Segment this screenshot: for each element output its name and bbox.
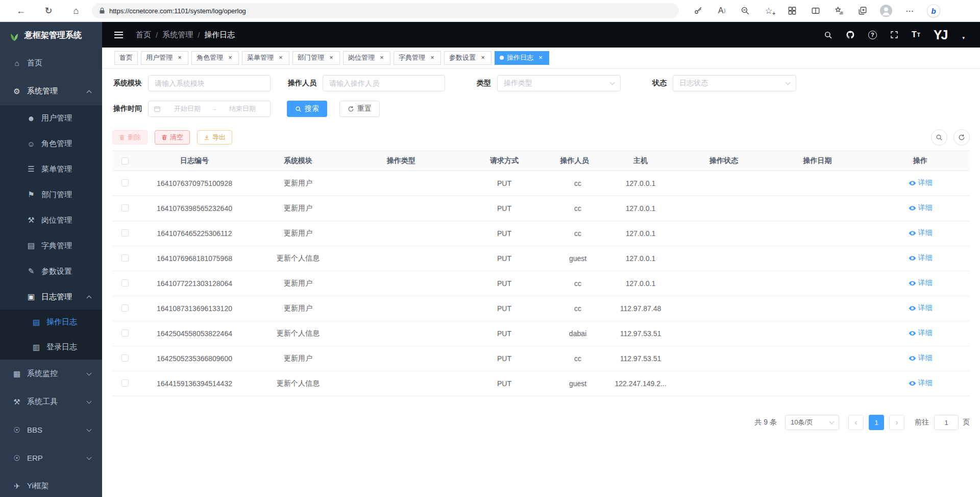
tab[interactable]: 菜单管理 × (242, 51, 289, 65)
favorites-icon[interactable] (833, 5, 845, 17)
sidebar-item[interactable]: ▥ 登录日志 (0, 335, 102, 360)
tab[interactable]: 部门管理 × (292, 51, 340, 65)
sidebar-item[interactable]: ⚙ 系统管理 (0, 77, 102, 105)
tab[interactable]: 用户管理 × (141, 51, 188, 65)
tab[interactable]: 首页 (114, 51, 138, 65)
sidebar-item[interactable]: ▣ 日志管理 (0, 284, 102, 310)
detail-link[interactable]: 详细 (909, 378, 933, 388)
search-icon[interactable] (824, 31, 832, 39)
close-icon[interactable]: × (537, 54, 544, 61)
sidebar-toggle-button[interactable] (114, 32, 128, 38)
close-icon[interactable]: × (227, 54, 234, 61)
sidebar-item[interactable]: ☉ BBS (0, 416, 102, 444)
row-checkbox[interactable] (121, 229, 129, 236)
page-number-button[interactable]: 1 (869, 415, 884, 430)
help-icon[interactable]: ? (868, 31, 877, 39)
search-button[interactable]: 搜索 (287, 101, 327, 117)
browser-reload-button[interactable]: ↻ (35, 5, 62, 16)
row-checkbox[interactable] (121, 179, 129, 186)
breadcrumb-home[interactable]: 首页 (136, 30, 151, 40)
th-operator[interactable]: 操作人员 (551, 156, 604, 165)
password-key-icon[interactable] (692, 5, 704, 17)
sidebar-item[interactable]: ☰ 菜单管理 (0, 156, 102, 182)
detail-link[interactable]: 详细 (909, 328, 933, 338)
sidebar-item[interactable]: ✎ 参数设置 (0, 258, 102, 284)
browser-profile-avatar[interactable] (880, 5, 892, 17)
bing-chat-icon[interactable]: b (927, 4, 940, 17)
sidebar-item[interactable]: ☻ 用户管理 (0, 105, 102, 131)
app-logo[interactable]: 意框架管理系统 (0, 22, 102, 49)
close-icon[interactable]: × (378, 54, 385, 61)
user-avatar-logo[interactable]: YJ (934, 28, 947, 42)
font-size-icon[interactable]: TT (912, 30, 920, 39)
prev-page-button[interactable]: ‹ (848, 415, 864, 430)
export-button[interactable]: 导出 (197, 130, 232, 145)
row-checkbox[interactable] (121, 254, 129, 262)
next-page-button[interactable]: › (889, 415, 904, 430)
th-date[interactable]: 操作日期 (771, 156, 871, 165)
goto-page-input[interactable] (934, 415, 959, 430)
sort-asc-icon[interactable] (835, 156, 839, 160)
sidebar-item[interactable]: ⚒ 岗位管理 (0, 207, 102, 233)
browser-settings-menu-icon[interactable]: ⋯ (903, 5, 916, 17)
tab[interactable]: 操作日志 × (495, 51, 549, 65)
row-checkbox[interactable] (121, 329, 129, 337)
sort-asc-icon[interactable] (592, 156, 596, 160)
detail-link[interactable]: 详细 (909, 228, 933, 238)
browser-tools-icon[interactable] (786, 5, 798, 17)
reset-button[interactable]: 重置 (339, 101, 380, 117)
browser-home-button[interactable]: ⌂ (62, 6, 90, 16)
detail-link[interactable]: 详细 (909, 178, 933, 187)
sidebar-item[interactable]: ▤ 操作日志 (0, 310, 102, 335)
collections-icon[interactable] (856, 5, 869, 17)
tab[interactable]: 参数设置 × (444, 51, 492, 65)
split-screen-icon[interactable] (810, 5, 822, 17)
sidebar-item[interactable]: ⚒ 系统工具 (0, 388, 102, 416)
operator-input[interactable] (323, 75, 445, 91)
page-size-select[interactable]: 10条/页 (785, 415, 839, 430)
sidebar-item[interactable]: ⌂ 首页 (0, 49, 102, 77)
refresh-table-button[interactable] (953, 129, 970, 146)
select-all-checkbox[interactable] (121, 157, 129, 164)
status-select[interactable]: 日志状态 (673, 75, 796, 91)
close-icon[interactable]: × (277, 54, 284, 61)
sidebar-item[interactable]: ▦ 系统监控 (0, 360, 102, 388)
row-checkbox[interactable] (121, 354, 129, 362)
sidebar-item[interactable]: ☺ 角色管理 (0, 131, 102, 156)
close-icon[interactable]: × (429, 54, 436, 61)
sort-icons[interactable] (835, 156, 839, 165)
toggle-search-button[interactable] (931, 129, 947, 146)
read-aloud-icon[interactable]: A) (716, 5, 728, 17)
detail-link[interactable]: 详细 (909, 253, 933, 263)
github-icon[interactable] (846, 30, 855, 39)
detail-link[interactable]: 详细 (909, 353, 933, 363)
close-icon[interactable]: × (176, 54, 183, 61)
row-checkbox[interactable] (121, 380, 129, 387)
row-checkbox[interactable] (121, 279, 129, 287)
detail-link[interactable]: 详细 (909, 278, 933, 288)
sort-desc-icon[interactable] (592, 161, 596, 165)
module-input[interactable] (148, 75, 271, 91)
clear-button[interactable]: 清空 (155, 130, 190, 145)
zoom-out-icon[interactable] (739, 5, 751, 17)
detail-link[interactable]: 详细 (909, 303, 933, 313)
detail-link[interactable]: 详细 (909, 203, 933, 212)
row-checkbox[interactable] (121, 204, 129, 211)
fullscreen-icon[interactable] (890, 31, 898, 39)
row-checkbox[interactable] (121, 304, 129, 312)
sidebar-item[interactable]: ☉ ERP (0, 444, 102, 472)
address-bar[interactable]: https://ccnetcore.com:1101/system/log/op… (92, 3, 679, 18)
sidebar-item[interactable]: ⚑ 部门管理 (0, 182, 102, 207)
close-icon[interactable]: × (328, 54, 335, 61)
tab[interactable]: 角色管理 × (191, 51, 239, 65)
date-range-picker[interactable]: 开始日期 - 结束日期 (148, 101, 271, 117)
close-icon[interactable]: × (479, 54, 486, 61)
type-select[interactable]: 操作类型 (497, 75, 621, 91)
sidebar-item[interactable]: ✈ Yi框架 (0, 472, 102, 497)
tab[interactable]: 岗位管理 × (343, 51, 390, 65)
sidebar-item[interactable]: ▤ 字典管理 (0, 233, 102, 258)
sort-desc-icon[interactable] (835, 161, 839, 165)
delete-button[interactable]: 删除 (112, 130, 148, 145)
browser-back-button[interactable]: ← (7, 6, 35, 16)
tab[interactable]: 字典管理 × (394, 51, 441, 65)
